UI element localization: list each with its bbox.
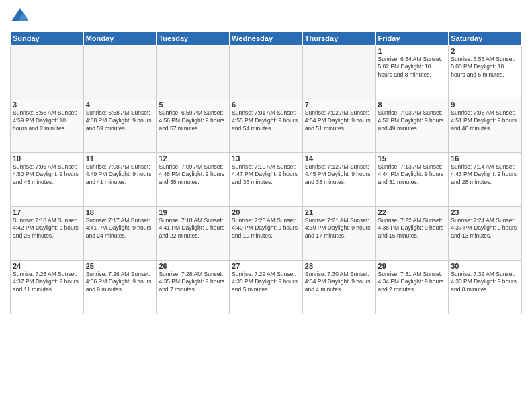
- day-info: Sunrise: 7:08 AM Sunset: 4:49 PM Dayligh…: [86, 163, 154, 186]
- day-number: 5: [159, 101, 227, 109]
- day-info: Sunrise: 7:10 AM Sunset: 4:47 PM Dayligh…: [232, 163, 300, 186]
- day-number: 23: [451, 208, 519, 216]
- day-info: Sunrise: 7:14 AM Sunset: 4:43 PM Dayligh…: [451, 163, 519, 186]
- calendar-cell: 30Sunrise: 7:32 AM Sunset: 4:33 PM Dayli…: [449, 261, 522, 314]
- day-number: 10: [13, 154, 81, 163]
- calendar-cell: 3Sunrise: 6:56 AM Sunset: 4:59 PM Daylig…: [11, 99, 84, 153]
- calendar-cell: 12Sunrise: 7:09 AM Sunset: 4:48 PM Dayli…: [157, 153, 230, 207]
- day-number: 6: [232, 101, 300, 109]
- day-number: 13: [232, 154, 300, 163]
- day-info: Sunrise: 7:06 AM Sunset: 4:50 PM Dayligh…: [13, 163, 81, 186]
- day-info: Sunrise: 7:28 AM Sunset: 4:35 PM Dayligh…: [159, 271, 227, 293]
- calendar-cell: 21Sunrise: 7:21 AM Sunset: 4:39 PM Dayli…: [302, 207, 375, 261]
- day-number: 27: [232, 262, 300, 270]
- day-info: Sunrise: 6:56 AM Sunset: 4:59 PM Dayligh…: [13, 109, 81, 132]
- calendar-cell: 4Sunrise: 6:58 AM Sunset: 4:58 PM Daylig…: [83, 99, 157, 153]
- day-info: Sunrise: 7:01 AM Sunset: 4:55 PM Dayligh…: [232, 109, 300, 132]
- calendar-cell: 8Sunrise: 7:03 AM Sunset: 4:52 PM Daylig…: [375, 99, 449, 153]
- day-info: Sunrise: 7:09 AM Sunset: 4:48 PM Dayligh…: [159, 163, 227, 186]
- calendar-cell: 7Sunrise: 7:02 AM Sunset: 4:54 PM Daylig…: [302, 99, 375, 153]
- calendar-cell: 6Sunrise: 7:01 AM Sunset: 4:55 PM Daylig…: [230, 99, 303, 153]
- calendar-cell: 24Sunrise: 7:25 AM Sunset: 4:37 PM Dayli…: [11, 261, 84, 314]
- weekday-header-thursday: Thursday: [302, 32, 375, 46]
- day-number: 14: [305, 154, 373, 163]
- day-info: Sunrise: 7:17 AM Sunset: 4:41 PM Dayligh…: [86, 217, 154, 240]
- day-info: Sunrise: 7:25 AM Sunset: 4:37 PM Dayligh…: [13, 271, 81, 293]
- day-number: 24: [13, 262, 81, 270]
- day-number: 26: [159, 262, 227, 270]
- day-number: 18: [86, 208, 154, 216]
- day-number: 8: [378, 101, 447, 109]
- day-info: Sunrise: 7:29 AM Sunset: 4:35 PM Dayligh…: [232, 271, 300, 293]
- calendar: SundayMondayTuesdayWednesdayThursdayFrid…: [10, 31, 522, 314]
- weekday-header-friday: Friday: [375, 32, 449, 46]
- day-number: 11: [86, 154, 154, 163]
- calendar-cell: 11Sunrise: 7:08 AM Sunset: 4:49 PM Dayli…: [83, 153, 157, 207]
- day-info: Sunrise: 7:05 AM Sunset: 4:51 PM Dayligh…: [451, 109, 519, 132]
- calendar-cell: [83, 46, 157, 99]
- calendar-cell: 27Sunrise: 7:29 AM Sunset: 4:35 PM Dayli…: [230, 261, 303, 314]
- day-info: Sunrise: 7:20 AM Sunset: 4:40 PM Dayligh…: [232, 217, 300, 240]
- day-info: Sunrise: 7:26 AM Sunset: 4:36 PM Dayligh…: [86, 271, 154, 293]
- page: SundayMondayTuesdayWednesdayThursdayFrid…: [0, 0, 532, 411]
- calendar-cell: 2Sunrise: 6:55 AM Sunset: 5:00 PM Daylig…: [449, 46, 522, 99]
- day-number: 9: [451, 101, 519, 109]
- logo-icon: [10, 7, 30, 27]
- day-number: 30: [451, 262, 519, 270]
- day-info: Sunrise: 7:22 AM Sunset: 4:38 PM Dayligh…: [378, 217, 447, 240]
- calendar-cell: 19Sunrise: 7:18 AM Sunset: 4:41 PM Dayli…: [157, 207, 230, 261]
- weekday-header-saturday: Saturday: [449, 32, 522, 46]
- day-number: 12: [159, 154, 227, 163]
- week-row-2: 3Sunrise: 6:56 AM Sunset: 4:59 PM Daylig…: [11, 99, 522, 153]
- day-number: 29: [378, 262, 447, 270]
- calendar-cell: [11, 46, 84, 99]
- day-info: Sunrise: 6:55 AM Sunset: 5:00 PM Dayligh…: [451, 56, 519, 79]
- calendar-cell: [230, 46, 303, 99]
- logo: [10, 7, 33, 27]
- calendar-cell: 18Sunrise: 7:17 AM Sunset: 4:41 PM Dayli…: [83, 207, 157, 261]
- day-info: Sunrise: 6:54 AM Sunset: 5:02 PM Dayligh…: [378, 56, 447, 79]
- calendar-cell: 20Sunrise: 7:20 AM Sunset: 4:40 PM Dayli…: [230, 207, 303, 261]
- calendar-cell: 17Sunrise: 7:16 AM Sunset: 4:42 PM Dayli…: [11, 207, 84, 261]
- calendar-cell: 26Sunrise: 7:28 AM Sunset: 4:35 PM Dayli…: [157, 261, 230, 314]
- day-number: 28: [305, 262, 373, 270]
- calendar-cell: 14Sunrise: 7:12 AM Sunset: 4:45 PM Dayli…: [302, 153, 375, 207]
- day-info: Sunrise: 7:21 AM Sunset: 4:39 PM Dayligh…: [305, 217, 373, 240]
- day-number: 15: [378, 154, 447, 163]
- day-number: 21: [305, 208, 373, 216]
- day-info: Sunrise: 7:30 AM Sunset: 4:34 PM Dayligh…: [305, 271, 373, 293]
- day-number: 20: [232, 208, 300, 216]
- calendar-cell: 23Sunrise: 7:24 AM Sunset: 4:37 PM Dayli…: [449, 207, 522, 261]
- day-number: 17: [13, 208, 81, 216]
- day-info: Sunrise: 6:59 AM Sunset: 4:56 PM Dayligh…: [159, 109, 227, 132]
- day-info: Sunrise: 7:13 AM Sunset: 4:44 PM Dayligh…: [378, 163, 447, 186]
- calendar-cell: 28Sunrise: 7:30 AM Sunset: 4:34 PM Dayli…: [302, 261, 375, 314]
- day-number: 4: [86, 101, 154, 109]
- calendar-cell: 15Sunrise: 7:13 AM Sunset: 4:44 PM Dayli…: [375, 153, 449, 207]
- calendar-cell: 1Sunrise: 6:54 AM Sunset: 5:02 PM Daylig…: [375, 46, 449, 99]
- calendar-cell: 13Sunrise: 7:10 AM Sunset: 4:47 PM Dayli…: [230, 153, 303, 207]
- day-number: 3: [13, 101, 81, 109]
- week-row-1: 1Sunrise: 6:54 AM Sunset: 5:02 PM Daylig…: [11, 46, 522, 99]
- day-number: 2: [451, 47, 519, 55]
- calendar-cell: 5Sunrise: 6:59 AM Sunset: 4:56 PM Daylig…: [157, 99, 230, 153]
- header: [10, 7, 522, 27]
- calendar-cell: 29Sunrise: 7:31 AM Sunset: 4:34 PM Dayli…: [375, 261, 449, 314]
- day-info: Sunrise: 7:16 AM Sunset: 4:42 PM Dayligh…: [13, 217, 81, 240]
- weekday-header-tuesday: Tuesday: [157, 32, 230, 46]
- day-info: Sunrise: 6:58 AM Sunset: 4:58 PM Dayligh…: [86, 109, 154, 132]
- day-number: 7: [305, 101, 373, 109]
- day-number: 22: [378, 208, 447, 216]
- day-info: Sunrise: 7:31 AM Sunset: 4:34 PM Dayligh…: [378, 271, 447, 293]
- day-info: Sunrise: 7:03 AM Sunset: 4:52 PM Dayligh…: [378, 109, 447, 132]
- calendar-cell: 22Sunrise: 7:22 AM Sunset: 4:38 PM Dayli…: [375, 207, 449, 261]
- calendar-cell: 10Sunrise: 7:06 AM Sunset: 4:50 PM Dayli…: [11, 153, 84, 207]
- weekday-header-wednesday: Wednesday: [230, 32, 303, 46]
- day-number: 1: [378, 47, 447, 55]
- day-info: Sunrise: 7:32 AM Sunset: 4:33 PM Dayligh…: [451, 271, 519, 293]
- day-info: Sunrise: 7:02 AM Sunset: 4:54 PM Dayligh…: [305, 109, 373, 132]
- day-info: Sunrise: 7:24 AM Sunset: 4:37 PM Dayligh…: [451, 217, 519, 240]
- calendar-cell: 16Sunrise: 7:14 AM Sunset: 4:43 PM Dayli…: [449, 153, 522, 207]
- week-row-4: 17Sunrise: 7:16 AM Sunset: 4:42 PM Dayli…: [11, 207, 522, 261]
- day-number: 19: [159, 208, 227, 216]
